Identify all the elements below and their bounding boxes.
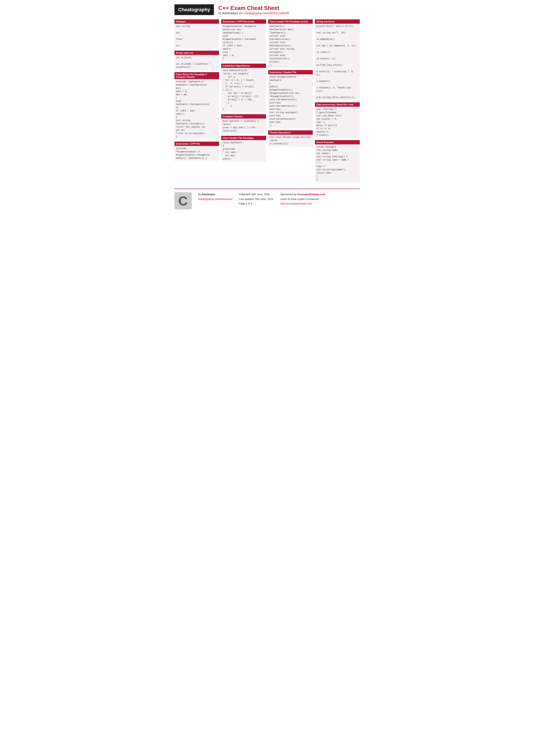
column-1: Datatyps std::string int float etc. Arra… bbox=[174, 19, 219, 184]
section-extensions-header-header: Extentions / Header File bbox=[268, 70, 313, 74]
title-area: C++ Exam Cheat Sheet by Kemmojoo via che… bbox=[218, 5, 290, 15]
author-name: Kemmojoo bbox=[222, 12, 238, 15]
section-string-functions-body: printf("%s\n", text.c_str()); std::strin… bbox=[315, 24, 360, 100]
section-data-processing-header: Data processing / Read file / char bbox=[315, 102, 360, 107]
footer-sponsor-url[interactable]: CrosswordCheats.com bbox=[297, 193, 325, 196]
section-string-functions: String functions printf("%s\n", text.c_s… bbox=[315, 19, 360, 100]
section-class-header-paradigm-cont-header: Class header File Paradigm (cont) bbox=[268, 19, 313, 24]
section-class-header-paradigm: Class header File Paradigm class Zaehlwe… bbox=[221, 136, 266, 162]
section-extensions-cpp-cont-body: Ringwerkzaehler::Ringwerkz aehler(int ma… bbox=[221, 24, 266, 62]
footer-logo-letter: C bbox=[178, 194, 188, 208]
logo: Cheatography bbox=[174, 4, 214, 15]
column-2: Extensions / CPP File (cont) Ringwerkzae… bbox=[221, 19, 266, 184]
author-line: by Kemmojoo via cheatography.com/28261/c… bbox=[218, 12, 290, 15]
via-label: via bbox=[239, 12, 242, 15]
footer-published: Published 16th June, 2016. bbox=[239, 192, 274, 197]
section-data-processing-body: std::ifstream f; f.open(fileName, std::i… bbox=[315, 107, 360, 138]
footer-by-label: By Kemmojoo bbox=[198, 192, 233, 197]
section-extensions-header: Extentions / Header File class Ringwerkz… bbox=[268, 70, 313, 128]
column-3: Class header File Paradigm (cont) Zaehlw… bbox=[268, 19, 313, 184]
section-datatyps: Datatyps std::string int float etc. bbox=[174, 19, 219, 48]
section-string-functions-header: String functions bbox=[315, 19, 360, 24]
section-thread-operations: Thread Operations std::this_thread::slee… bbox=[268, 130, 313, 147]
main-grid: Datatyps std::string int float etc. Arra… bbox=[174, 19, 360, 184]
section-compare-classes-body: bool operator < (classobj) { return (cVa… bbox=[221, 119, 266, 134]
logo-text: Cheatography bbox=[178, 7, 210, 12]
section-struct-example: Struct Example struct kontakt{ std::stri… bbox=[315, 140, 360, 182]
section-datatyps-body: std::string int float etc. bbox=[174, 24, 219, 48]
section-struct-example-body: struct kontakt{ std::string name; int nu… bbox=[315, 145, 360, 182]
section-extensions-cpp-body: #include "Ringwerkzaehler.h" Ringwerkzae… bbox=[174, 146, 219, 161]
section-extensions-cpp-header: Extensions / CPP File bbox=[174, 142, 219, 146]
footer-sponsor-section: Sponsored by CrosswordCheats.com Learn t… bbox=[280, 192, 325, 206]
footer-logo: C bbox=[174, 192, 192, 209]
section-class-body-file-header: Class Body File Paradigm // Compare Head… bbox=[174, 72, 219, 79]
by-label: by bbox=[218, 12, 221, 15]
column-4: String functions printf("%s\n", text.c_s… bbox=[315, 19, 360, 184]
section-datatyps-header: Datatyps bbox=[174, 19, 219, 24]
footer-author-name: Kemmojoo bbox=[202, 193, 215, 196]
section-class-body-file: Class Body File Paradigm // Compare Head… bbox=[174, 72, 219, 139]
section-class-header-paradigm-cont: Class header File Paradigm (cont) Zaehlw… bbox=[268, 19, 313, 68]
footer-author-section: By Kemmojoo cheatography.com/kemmojoo/ bbox=[198, 192, 233, 202]
section-bubblesort: bubbleSort Algorithmus void bubblesort(i… bbox=[221, 64, 266, 112]
section-extensions-header-body: class Ringwerkzaehler : Zaehlwerk { publ… bbox=[268, 74, 313, 128]
section-thread-operations-body: std::this_thread::sleep_for(std::chron o… bbox=[268, 135, 313, 147]
section-arrays-list-header: Arrays and List bbox=[174, 51, 219, 55]
section-struct-example-header: Struct Example bbox=[315, 140, 360, 145]
section-arrays-list-body: int ar[size] int arLenght = sizeof(ar) /… bbox=[174, 55, 219, 70]
section-data-processing: Data processing / Read file / char std::… bbox=[315, 102, 360, 138]
section-extensions-cpp-cont: Extensions / CPP File (cont) Ringwerkzae… bbox=[221, 19, 266, 62]
footer-sponsored-label: Sponsored by CrosswordCheats.com bbox=[280, 192, 325, 197]
page-header: Cheatography C++ Exam Cheat Sheet by Kem… bbox=[174, 4, 360, 15]
section-arrays-list: Arrays and List int ar[size] int arLengh… bbox=[174, 51, 219, 70]
section-extensions-cpp-cont-header: Extensions / CPP File (cont) bbox=[221, 19, 266, 24]
footer-publication: Published 16th June, 2016. Last updated … bbox=[239, 192, 274, 206]
footer-sponsor-link[interactable]: http://crosswordcheats.com bbox=[280, 202, 325, 206]
cheatography-url[interactable]: cheatography.com/28261/cs/8435/ bbox=[243, 12, 290, 15]
page-footer: C By Kemmojoo cheatography.com/kemmojoo/… bbox=[174, 189, 360, 209]
section-compare-classes: Compare Classes bool operator < (classob… bbox=[221, 114, 266, 134]
section-class-header-paradigm-header: Class header File Paradigm bbox=[221, 136, 266, 140]
footer-author-url[interactable]: cheatography.com/kemmojoo/ bbox=[198, 197, 233, 202]
section-compare-classes-header: Compare Classes bbox=[221, 114, 266, 119]
section-class-header-paradigm-cont-body: Zaehlwerk(); Zaehlwerk(int max); ~Zaehlw… bbox=[268, 24, 313, 68]
section-bubblesort-header: bubbleSort Algorithmus bbox=[221, 64, 266, 68]
footer-page: Page 1 of 2. bbox=[239, 202, 274, 206]
section-class-body-file-body: #include "Zaehlwerk.h" Zaehlwerk::Zaehlw… bbox=[174, 79, 219, 139]
section-extensions-cpp: Extensions / CPP File #include "Ringwerk… bbox=[174, 142, 219, 161]
footer-sponsor-desc: Learn to solve cryptic crosswords! bbox=[280, 197, 325, 202]
section-bubblesort-body: void bubblesort(int *array, int length){… bbox=[221, 68, 266, 112]
section-thread-operations-header: Thread Operations bbox=[268, 130, 313, 135]
section-class-header-paradigm-body: class Zaehlwerk { protected: int zahl; i… bbox=[221, 140, 266, 162]
footer-updated: Last updated 16th June, 2016. bbox=[239, 197, 274, 202]
page-title: C++ Exam Cheat Sheet bbox=[218, 5, 290, 12]
